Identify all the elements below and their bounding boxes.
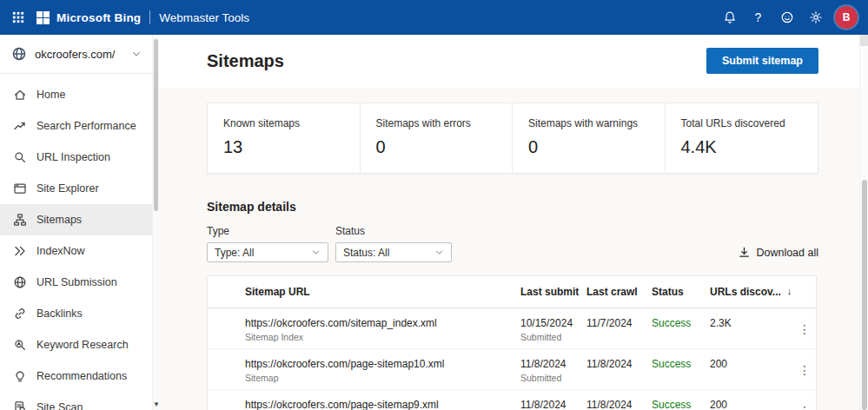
last-crawl-cell: 11/8/2024	[586, 349, 652, 370]
notifications-bell-icon[interactable]	[715, 0, 744, 35]
sidebar-item-label: Sitemaps	[36, 214, 82, 226]
sidebar-item-label: Keyword Research	[36, 339, 129, 351]
status-filter-group: Status Status: All	[335, 225, 452, 262]
keyword-research-icon	[13, 338, 27, 352]
help-icon[interactable]: ?	[744, 0, 772, 35]
submit-sitemap-button[interactable]: Submit sitemap	[706, 48, 818, 74]
status-filter-value: Status: All	[343, 247, 434, 259]
stat-total-urls-discovered: Total URLs discovered 4.4K	[666, 103, 818, 173]
sitemap-url-cell: https://okcroofers.com/sitemap_index.xml…	[245, 308, 520, 342]
download-all-label: Download all	[756, 247, 818, 259]
page-header: Sitemaps Submit sitemap	[152, 35, 868, 88]
row-menu-icon[interactable]: ⋮	[792, 349, 818, 390]
stat-value: 0	[376, 137, 497, 157]
urls-discovered-cell: 200	[710, 349, 792, 370]
page-title: Sitemaps	[207, 51, 284, 71]
sidebar-nav: Home Search Performance URL Inspection S…	[0, 74, 152, 410]
user-avatar[interactable]: B	[835, 6, 858, 29]
table-row[interactable]: https://okcroofers.com/page-sitemap9.xml…	[208, 390, 816, 410]
page-scrollbar-thumb[interactable]	[862, 180, 867, 410]
status-filter-label: Status	[335, 225, 452, 237]
type-filter-dropdown[interactable]: Type: All	[207, 242, 328, 262]
last-submit-cell: 10/15/2024 Submitted	[520, 308, 586, 342]
sidebar-item-site-explorer[interactable]: Site Explorer	[0, 173, 152, 204]
sidebar-item-label: Site Scan	[36, 401, 83, 410]
chevron-down-icon	[434, 248, 444, 257]
waffle-menu-icon[interactable]	[0, 0, 36, 35]
sidebar-item-keyword-research[interactable]: Keyword Research	[0, 329, 152, 360]
type-filter-label: Type	[207, 225, 328, 237]
header-spacer	[208, 276, 245, 286]
column-last-submit[interactable]: Last submit	[520, 276, 586, 298]
last-crawl-cell: 11/8/2024	[586, 390, 652, 410]
stat-sitemaps-with-warnings: Sitemaps with warnings 0	[513, 103, 666, 173]
type-filter-value: Type: All	[215, 247, 311, 259]
sidebar-item-search-performance[interactable]: Search Performance	[0, 110, 152, 142]
column-urls-discovered[interactable]: URLs discov... ↓	[710, 276, 792, 298]
page-scrollbar[interactable]	[859, 35, 868, 410]
status-badge: Success	[652, 308, 710, 329]
sidebar-scroll-down-icon[interactable]: ▼	[153, 401, 160, 408]
site-name: okcroofers.com/	[35, 48, 123, 61]
sidebar-item-sitemaps[interactable]: Sitemaps	[0, 204, 152, 235]
status-filter-dropdown[interactable]: Status: All	[335, 242, 452, 262]
site-selector[interactable]: okcroofers.com/	[0, 35, 152, 74]
download-icon	[738, 246, 751, 259]
stat-label: Known sitemaps	[223, 117, 344, 129]
sitemap-stats-card: Known sitemaps 13 Sitemaps with errors 0…	[207, 102, 818, 174]
row-menu-icon[interactable]: ⋮	[792, 390, 818, 410]
column-last-crawl[interactable]: Last crawl	[586, 276, 652, 298]
sidebar-scrollbar[interactable]: ▼	[152, 35, 159, 410]
page-scroll-up-icon[interactable]	[860, 35, 868, 46]
topbar: Microsoft Bing Webmaster Tools ?	[0, 0, 868, 35]
sitemap-url[interactable]: https://okcroofers.com/sitemap_index.xml	[245, 317, 520, 329]
stat-label: Sitemaps with warnings	[528, 117, 649, 129]
sitemap-url[interactable]: https://okcroofers.com/page-sitemap10.xm…	[245, 358, 520, 370]
sidebar-item-label: URL Submission	[36, 276, 117, 288]
url-inspection-icon	[13, 150, 27, 164]
table-header-row: Sitemap URL Last submit Last crawl Statu…	[208, 276, 816, 308]
sitemap-url-cell: https://okcroofers.com/page-sitemap9.xml…	[245, 390, 520, 410]
sidebar-item-label: Site Explorer	[36, 182, 99, 195]
sort-descending-icon: ↓	[787, 286, 792, 298]
sidebar-item-url-submission[interactable]: URL Submission	[0, 267, 152, 298]
chevron-down-icon	[131, 49, 142, 59]
recommendations-icon	[13, 369, 27, 383]
sidebar-scrollbar-thumb[interactable]	[154, 39, 158, 211]
sitemap-url-cell: https://okcroofers.com/page-sitemap10.xm…	[245, 349, 520, 383]
last-submit-cell: 11/8/2024 Submitted	[520, 390, 586, 410]
main-content: Sitemaps Submit sitemap Known sitemaps 1…	[152, 35, 868, 410]
sidebar-item-indexnow[interactable]: IndexNow	[0, 235, 152, 267]
sitemap-details-heading: Sitemap details	[207, 200, 818, 214]
table-row[interactable]: https://okcroofers.com/page-sitemap10.xm…	[208, 349, 816, 390]
backlinks-icon	[13, 307, 27, 321]
download-all-button[interactable]: Download all	[738, 246, 818, 262]
sidebar-item-url-inspection[interactable]: URL Inspection	[0, 142, 152, 173]
sidebar-item-recommendations[interactable]: Recommendations	[0, 360, 152, 392]
column-status[interactable]: Status	[652, 276, 710, 298]
column-sitemap-url[interactable]: Sitemap URL	[245, 276, 520, 298]
sidebar-item-site-scan[interactable]: Site Scan	[0, 392, 152, 410]
sidebar-item-home[interactable]: Home	[0, 79, 152, 110]
stat-label: Sitemaps with errors	[376, 117, 497, 129]
table-row[interactable]: https://okcroofers.com/sitemap_index.xml…	[208, 308, 816, 349]
sitemap-kind: Sitemap	[245, 373, 520, 383]
brand-divider	[149, 10, 150, 24]
sidebar-item-backlinks[interactable]: Backlinks	[0, 298, 152, 329]
chevron-down-icon	[311, 248, 321, 257]
stat-value: 4.4K	[681, 137, 803, 157]
sitemap-url[interactable]: https://okcroofers.com/page-sitemap9.xml	[245, 399, 520, 410]
home-icon	[13, 88, 27, 102]
feedback-smiley-icon[interactable]	[772, 0, 801, 35]
stat-sitemaps-with-errors: Sitemaps with errors 0	[361, 103, 514, 173]
stat-value: 0	[528, 137, 649, 157]
row-menu-icon[interactable]: ⋮	[792, 308, 818, 349]
settings-gear-icon[interactable]	[801, 0, 830, 35]
last-crawl-cell: 11/7/2024	[586, 308, 652, 329]
url-submission-icon	[13, 275, 27, 289]
search-performance-icon	[13, 119, 27, 133]
brand-name: Microsoft Bing	[56, 11, 141, 24]
sidebar-item-label: URL Inspection	[36, 151, 110, 163]
sidebar-item-label: Backlinks	[36, 308, 83, 320]
sidebar-item-label: IndexNow	[36, 245, 85, 257]
